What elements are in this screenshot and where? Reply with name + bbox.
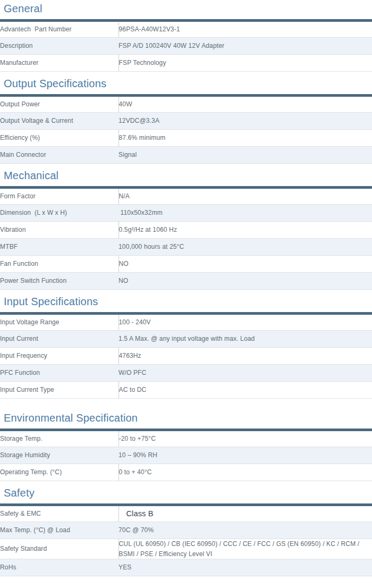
spec-table: Form FactorN/ADimension (L x W x H) 110x…	[0, 186, 372, 290]
spec-label: Safety Standard	[0, 539, 119, 559]
section-input-specifications: Input SpecificationsInput Voltage Range1…	[0, 296, 372, 399]
spec-value: 10 – 90% RH	[119, 447, 372, 464]
spec-value: 87.6% minimum	[119, 130, 372, 147]
spec-row: Input Current1.5 A Max. @ any input volt…	[0, 331, 372, 348]
spec-row: Storage Humidity10 – 90% RH	[0, 447, 372, 464]
spec-label: Manufacturer	[0, 55, 119, 72]
spec-value: W/O PFC	[119, 365, 372, 382]
section-title: General	[0, 3, 372, 15]
section-mechanical: MechanicalForm FactorN/ADimension (L x W…	[0, 170, 372, 290]
spec-table: Advantech Part Number96PSA-A40W12V3-1Des…	[0, 19, 372, 72]
spec-label: Fan Function	[0, 256, 119, 273]
spec-row: Safety StandardCUL (UL 60950) / CB (IEC …	[0, 539, 372, 559]
section-title: Safety	[0, 487, 372, 499]
spec-label: Power Switch Function	[0, 273, 119, 290]
spec-label: Max Temp. (°C) @ Load	[0, 522, 119, 539]
spec-row: Operating Temp. (°C)0 to + 40°C	[0, 464, 372, 481]
spec-value: NO	[119, 256, 372, 273]
spec-label: Main Connector	[0, 147, 119, 164]
spec-value: 0 to + 40°C	[119, 464, 372, 481]
spec-row: DescriptionFSP A/D 100240V 40W 12V Adapt…	[0, 38, 372, 55]
spec-label: Operating Temp. (°C)	[0, 464, 119, 481]
spec-value: 70C @ 70%	[119, 522, 372, 539]
spec-label: Input Frequency	[0, 348, 119, 365]
section-environmental-specification: Environmental SpecificationStorage Temp.…	[0, 412, 372, 481]
spec-row: Advantech Part Number96PSA-A40W12V3-1	[0, 21, 372, 38]
spec-label: Input Current Type	[0, 382, 119, 399]
spec-value: 100,000 hours at 25°C	[119, 239, 372, 256]
spec-label: PFC Function	[0, 365, 119, 382]
spec-value: FSP Technology	[119, 55, 372, 72]
spec-label: Storage Temp.	[0, 430, 119, 447]
section-output-specifications: Output SpecificationsOutput Power40WOutp…	[0, 78, 372, 164]
spec-value: N/A	[119, 188, 372, 205]
spec-row: MTBF100,000 hours at 25°C	[0, 239, 372, 256]
spec-row: Efficiency (%)87.6% minimum	[0, 130, 372, 147]
spec-value: FSP A/D 100240V 40W 12V Adapter	[119, 38, 372, 55]
spec-label: Storage Humidity	[0, 447, 119, 464]
spec-label: Safety & EMC	[0, 505, 119, 522]
spec-label: Advantech Part Number	[0, 21, 119, 38]
spec-label: Efficiency (%)	[0, 130, 119, 147]
spec-row: RoHsYES	[0, 559, 372, 576]
spec-table: Storage Temp.-20 to +75°CStorage Humidit…	[0, 429, 372, 481]
spec-label: Form Factor	[0, 188, 119, 205]
spec-row: Output Voltage & Current12VDC@3.3A	[0, 113, 372, 130]
spec-label: Description	[0, 38, 119, 55]
spec-label: Input Voltage Range	[0, 314, 119, 331]
spec-value: Class B	[119, 505, 372, 522]
spec-value: AC to DC	[119, 382, 372, 399]
spec-value: 0.5g²/Hz at 1060 Hz	[119, 222, 372, 239]
spec-row: Power Switch FunctionNO	[0, 273, 372, 290]
spec-value: 100 - 240V	[119, 314, 372, 331]
spec-table: Safety & EMCClass BMax Temp. (°C) @ Load…	[0, 503, 372, 576]
spec-value: 12VDC@3.3A	[119, 113, 372, 130]
spec-value: 4763Hz	[119, 348, 372, 365]
spec-value: 1.5 A Max. @ any input voltage with max.…	[119, 331, 372, 348]
spec-row: Safety & EMCClass B	[0, 505, 372, 522]
spec-value: 110x50x32mm	[119, 205, 372, 222]
spec-label: Output Power	[0, 96, 119, 113]
spec-label: Input Current	[0, 331, 119, 348]
spec-label: Vibration	[0, 222, 119, 239]
spec-row: Storage Temp.-20 to +75°C	[0, 430, 372, 447]
spec-label: Output Voltage & Current	[0, 113, 119, 130]
spec-row: Input Frequency4763Hz	[0, 348, 372, 365]
spec-value: YES	[119, 559, 372, 576]
section-title: Input Specifications	[0, 296, 372, 308]
spec-table: Input Voltage Range100 - 240VInput Curre…	[0, 312, 372, 399]
spec-value: 40W	[119, 96, 372, 113]
section-title: Environmental Specification	[0, 412, 372, 424]
section-title: Mechanical	[0, 170, 372, 182]
spec-row: Max Temp. (°C) @ Load70C @ 70%	[0, 522, 372, 539]
spec-row: Vibration0.5g²/Hz at 1060 Hz	[0, 222, 372, 239]
spec-row: Dimension (L x W x H) 110x50x32mm	[0, 205, 372, 222]
spec-value: CUL (UL 60950) / CB (IEC 60950) / CCC / …	[119, 539, 372, 559]
spec-row: Main ConnectorSignal	[0, 147, 372, 164]
spec-value: Signal	[119, 147, 372, 164]
spec-row: Input Voltage Range100 - 240V	[0, 314, 372, 331]
spec-value: 96PSA-A40W12V3-1	[119, 21, 372, 38]
spec-row: ManufacturerFSP Technology	[0, 55, 372, 72]
spec-label: RoHs	[0, 559, 119, 576]
section-title: Output Specifications	[0, 78, 372, 90]
section-safety: SafetySafety & EMCClass BMax Temp. (°C) …	[0, 487, 372, 576]
spec-row: PFC FunctionW/O PFC	[0, 365, 372, 382]
spec-row: Form FactorN/A	[0, 188, 372, 205]
spec-row: Input Current TypeAC to DC	[0, 382, 372, 399]
spec-row: Fan FunctionNO	[0, 256, 372, 273]
spec-document: GeneralAdvantech Part Number96PSA-A40W12…	[0, 0, 372, 576]
spec-value: NO	[119, 273, 372, 290]
spec-table: Output Power40WOutput Voltage & Current1…	[0, 94, 372, 164]
spec-value: -20 to +75°C	[119, 430, 372, 447]
section-general: GeneralAdvantech Part Number96PSA-A40W12…	[0, 3, 372, 72]
spec-row: Output Power40W	[0, 96, 372, 113]
spec-label: Dimension (L x W x H)	[0, 205, 119, 222]
spec-label: MTBF	[0, 239, 119, 256]
